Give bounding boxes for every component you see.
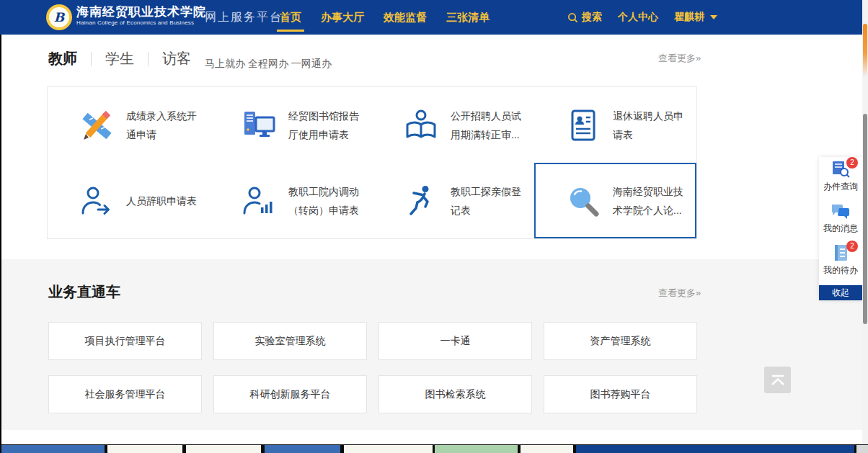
taskbar-button[interactable] [344,445,433,453]
taskbar-button[interactable] [521,445,573,453]
school-logo-glyph: B [49,7,69,27]
side-panel-label: 我的消息 [819,223,862,235]
biz-btn-project-platform[interactable]: 项目执行管理平台 [48,322,202,360]
school-logo: B [46,4,72,30]
service-card-rehire[interactable]: 退休返聘人员申请表 [534,87,696,163]
service-card-title: 成绩录入系统开通申请 [126,107,200,144]
collapse-panel-button[interactable]: 收起 [819,285,862,300]
biz-btn-social-service[interactable]: 社会服务管理平台 [48,375,202,413]
side-panel-item-case-query[interactable]: 办件查询 2 [819,157,862,199]
business-button-grid: 项目执行管理平台 实验室管理系统 一卡通 资产管理系统 社会服务管理平台 科研创… [48,322,697,413]
service-card-title: 教职工院内调动（转岗）申请表 [288,182,362,220]
nav-item-service-hall[interactable]: 办事大厅 [321,0,364,35]
scrollbar-thumb-top[interactable] [863,24,867,77]
floating-side-panel: 办件查询 2 我的消息 我的待办 2 收起 [819,157,862,300]
pencil-ruler-icon [79,108,114,143]
slogan-text: 马上就办 全程网办 一网通办 [205,58,332,71]
main-nav: 首页 办事大厅 效能监督 三张清单 [280,0,490,35]
chevron-down-icon [710,15,717,19]
service-card-family-visit[interactable]: 教职工探亲假登记表 [372,163,534,238]
search-button[interactable]: 搜索 [567,11,602,24]
tab-student[interactable]: 学生 [105,49,134,68]
search-icon [567,12,578,23]
back-to-top-button[interactable] [764,367,791,393]
taskbar-button[interactable] [265,445,340,453]
service-card-title: 教职工探亲假登记表 [451,182,524,220]
computer-icon [242,108,276,143]
taskbar-button[interactable] [856,445,868,453]
magnifier-icon [566,184,601,218]
role-tabs: 教师 学生 访客 [48,49,191,68]
service-card-grid: 成绩录入系统开通申请 经贸图书馆报告厅使用申请表 公开招聘人员试用期满转正审. [47,86,697,239]
divider [91,52,92,66]
taskbar-button[interactable] [1,445,105,453]
biz-btn-onecard[interactable]: 一卡通 [378,322,532,360]
biz-btn-book-search[interactable]: 图书检索系统 [378,375,532,413]
person-book-icon [404,108,438,143]
service-card-personal-forum[interactable]: 海南经贸职业技术学院个人论... [534,163,696,238]
biz-btn-asset-system[interactable]: 资产管理系统 [544,322,697,360]
nav-item-efficiency[interactable]: 效能监督 [384,0,427,35]
service-card-probation[interactable]: 公开招聘人员试用期满转正审... [372,87,534,163]
service-card-library-hall[interactable]: 经贸图书馆报告厅使用申请表 [210,87,372,163]
tab-teacher[interactable]: 教师 [48,49,77,68]
person-leave-icon [79,184,114,218]
business-section-title: 业务直通车 [48,282,120,302]
notification-badge: 2 [846,157,858,169]
username: 瞿麒耕 [674,11,704,24]
top-navbar: B 海南经贸职业技术学院 Hainan College of Economics… [0,0,868,35]
taskbar-button[interactable] [435,445,518,453]
scrollbar-track[interactable] [862,0,868,453]
service-card-transfer[interactable]: 教职工院内调动（转岗）申请表 [210,163,372,238]
services-view-more-link[interactable]: 查看更多» [658,52,701,65]
side-panel-item-messages[interactable]: 我的消息 [819,199,862,241]
window-edge [0,35,1,444]
person-chart-icon [242,184,276,218]
taskbar-button[interactable] [576,445,854,453]
side-panel-label: 办件查询 [819,181,862,193]
nav-item-three-lists[interactable]: 三张清单 [446,0,490,35]
taskbar-button[interactable] [186,445,261,453]
service-card-title: 公开招聘人员试用期满转正审... [451,107,524,144]
biz-btn-book-recommend[interactable]: 图书荐购平台 [544,375,697,413]
side-panel-item-todo[interactable]: 我的待办 2 [819,241,862,282]
service-card-resignation[interactable]: 人员辞职申请表 [48,163,210,238]
tab-visitor[interactable]: 访客 [162,49,191,68]
page: B 海南经贸职业技术学院 Hainan College of Economics… [0,0,868,453]
personal-center-link[interactable]: 个人中心 [618,11,658,24]
service-card-title: 经贸图书馆报告厅使用申请表 [288,107,362,144]
taskbar-button[interactable] [107,445,182,453]
runner-icon [404,184,438,218]
notification-badge: 2 [846,241,858,252]
id-card-icon [566,108,601,143]
business-view-more-link[interactable]: 查看更多» [658,287,701,300]
user-menu[interactable]: 瞿麒耕 [674,11,717,24]
back-to-top-icon [770,374,786,387]
divider [148,52,149,66]
service-card-title: 退休返聘人员申请表 [613,107,686,144]
service-card-title: 海南经贸职业技术学院个人论... [613,182,686,220]
school-name: 海南经贸职业技术学院 [76,4,206,19]
biz-btn-research-platform[interactable]: 科研创新服务平台 [213,375,367,413]
scrollbar-thumb[interactable] [863,114,867,324]
taskbar [0,444,868,453]
service-card-title: 人员辞职申请表 [126,192,200,210]
chat-bubbles-icon [831,202,851,220]
school-name-en: Hainan College of Economics and Business [76,19,206,26]
search-label: 搜索 [582,11,602,24]
nav-item-home[interactable]: 首页 [280,0,301,35]
side-panel-label: 我的待办 [819,264,862,277]
service-card-grade-entry[interactable]: 成绩录入系统开通申请 [48,87,210,163]
platform-name: 网上服务平台 [205,10,283,25]
biz-btn-lab-system[interactable]: 实验室管理系统 [213,322,367,360]
